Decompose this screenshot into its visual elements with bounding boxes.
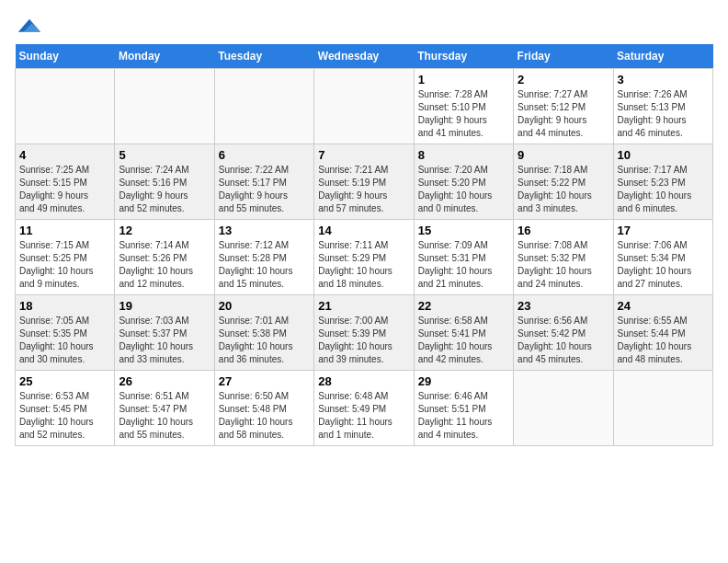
day-info-line: Sunset: 5:13 PM — [618, 101, 709, 114]
weekday-header-wednesday: Wednesday — [314, 44, 414, 69]
day-number: 10 — [618, 148, 709, 162]
day-info-line: Sunrise: 7:18 AM — [518, 164, 609, 177]
day-info-line: Daylight: 10 hours — [219, 265, 310, 278]
day-info-line: Daylight: 10 hours — [418, 265, 509, 278]
calendar-cell: 14Sunrise: 7:11 AMSunset: 5:29 PMDayligh… — [314, 220, 414, 295]
day-info-line: Sunset: 5:31 PM — [418, 252, 509, 265]
calendar-cell: 25Sunrise: 6:53 AMSunset: 5:45 PMDayligh… — [16, 371, 115, 446]
day-number: 8 — [418, 148, 509, 162]
day-number: 17 — [618, 224, 709, 237]
day-info-line: Daylight: 10 hours — [618, 190, 709, 202]
weekday-header-friday: Friday — [514, 44, 613, 69]
day-info-line: Sunrise: 7:01 AM — [219, 315, 310, 327]
day-info-line: Sunset: 5:32 PM — [518, 252, 609, 265]
calendar-cell: 23Sunrise: 6:56 AMSunset: 5:42 PMDayligh… — [514, 295, 613, 371]
day-info-line: Sunrise: 7:26 AM — [618, 88, 709, 101]
day-info-line: Sunrise: 6:48 AM — [318, 390, 409, 403]
calendar-cell: 13Sunrise: 7:12 AMSunset: 5:28 PMDayligh… — [214, 220, 313, 295]
calendar-week-row: 4Sunrise: 7:25 AMSunset: 5:15 PMDaylight… — [16, 144, 713, 220]
day-info-line: Daylight: 9 hours — [119, 190, 210, 202]
weekday-header-saturday: Saturday — [613, 44, 712, 69]
day-info-line: Sunset: 5:42 PM — [518, 327, 609, 340]
day-info-line: and 41 minutes. — [418, 127, 509, 140]
day-info-line: Sunset: 5:38 PM — [219, 327, 310, 340]
page-header — [15, 15, 713, 37]
day-info-line: and 6 minutes. — [618, 202, 709, 215]
day-info-line: Daylight: 10 hours — [518, 340, 609, 353]
day-info-line: and 44 minutes. — [518, 127, 609, 140]
day-info-line: and 45 minutes. — [518, 353, 609, 366]
day-info-line: Sunrise: 6:50 AM — [219, 390, 310, 403]
day-number: 20 — [219, 299, 310, 313]
calendar-cell: 1Sunrise: 7:28 AMSunset: 5:10 PMDaylight… — [414, 69, 513, 144]
calendar-cell: 29Sunrise: 6:46 AMSunset: 5:51 PMDayligh… — [414, 371, 513, 446]
day-info-line: Sunrise: 7:08 AM — [518, 239, 609, 252]
day-info-line: Sunset: 5:44 PM — [618, 327, 709, 340]
calendar-cell: 7Sunrise: 7:21 AMSunset: 5:19 PMDaylight… — [314, 144, 414, 220]
day-info-line: Daylight: 10 hours — [618, 340, 709, 353]
day-info-line: and 57 minutes. — [318, 202, 409, 215]
day-info-line: Sunset: 5:29 PM — [318, 252, 409, 265]
day-info-line: Daylight: 10 hours — [119, 416, 210, 429]
calendar-cell: 10Sunrise: 7:17 AMSunset: 5:23 PMDayligh… — [613, 144, 712, 220]
day-info-line: Sunset: 5:22 PM — [518, 177, 609, 190]
day-info-line: Sunrise: 7:28 AM — [418, 88, 509, 101]
day-number: 21 — [318, 299, 409, 313]
day-number: 28 — [318, 374, 409, 388]
day-info-line: Daylight: 10 hours — [418, 340, 509, 353]
day-info-line: Sunrise: 7:22 AM — [219, 164, 310, 177]
calendar-week-row: 25Sunrise: 6:53 AMSunset: 5:45 PMDayligh… — [16, 371, 713, 446]
calendar-cell: 15Sunrise: 7:09 AMSunset: 5:31 PMDayligh… — [414, 220, 513, 295]
calendar-cell: 12Sunrise: 7:14 AMSunset: 5:26 PMDayligh… — [115, 220, 214, 295]
day-info-line: and 46 minutes. — [618, 127, 709, 140]
day-info-line: Daylight: 9 hours — [219, 190, 310, 202]
calendar-cell: 27Sunrise: 6:50 AMSunset: 5:48 PMDayligh… — [214, 371, 313, 446]
day-info-line: Sunset: 5:15 PM — [19, 177, 110, 190]
day-number: 12 — [119, 224, 210, 237]
day-info-line: Sunrise: 7:00 AM — [318, 315, 409, 327]
calendar-cell: 17Sunrise: 7:06 AMSunset: 5:34 PMDayligh… — [613, 220, 712, 295]
calendar-cell — [16, 69, 115, 144]
day-info-line: Daylight: 10 hours — [19, 340, 110, 353]
logo — [15, 15, 42, 37]
day-info-line: Daylight: 9 hours — [518, 114, 609, 127]
day-info-line: Sunset: 5:47 PM — [119, 403, 210, 416]
day-info-line: and 33 minutes. — [119, 353, 210, 366]
weekday-header-monday: Monday — [115, 44, 214, 69]
day-number: 16 — [518, 224, 609, 237]
day-info-line: and 39 minutes. — [318, 353, 409, 366]
day-info-line: Daylight: 10 hours — [219, 416, 310, 429]
calendar-cell — [115, 69, 214, 144]
weekday-header-thursday: Thursday — [414, 44, 513, 69]
calendar-cell: 28Sunrise: 6:48 AMSunset: 5:49 PMDayligh… — [314, 371, 414, 446]
day-info-line: Sunrise: 7:21 AM — [318, 164, 409, 177]
day-info-line: Sunset: 5:12 PM — [518, 101, 609, 114]
day-info-line: Sunset: 5:39 PM — [318, 327, 409, 340]
day-number: 24 — [618, 299, 709, 313]
day-info-line: and 12 minutes. — [119, 278, 210, 291]
day-info-line: Sunset: 5:51 PM — [418, 403, 509, 416]
day-info-line: and 27 minutes. — [618, 278, 709, 291]
day-number: 14 — [318, 224, 409, 237]
day-info-line: Sunrise: 7:17 AM — [618, 164, 709, 177]
day-info-line: Daylight: 10 hours — [618, 265, 709, 278]
day-info-line: Sunset: 5:19 PM — [318, 177, 409, 190]
day-info-line: Sunrise: 7:15 AM — [19, 239, 110, 252]
day-info-line: Sunset: 5:48 PM — [219, 403, 310, 416]
calendar-cell: 19Sunrise: 7:03 AMSunset: 5:37 PMDayligh… — [115, 295, 214, 371]
day-number: 26 — [119, 374, 210, 388]
day-number: 15 — [418, 224, 509, 237]
calendar-cell — [214, 69, 313, 144]
day-info-line: and 0 minutes. — [418, 202, 509, 215]
day-info-line: Sunrise: 6:58 AM — [418, 315, 509, 327]
day-number: 3 — [618, 73, 709, 86]
day-info-line: and 15 minutes. — [219, 278, 310, 291]
calendar-cell: 11Sunrise: 7:15 AMSunset: 5:25 PMDayligh… — [16, 220, 115, 295]
day-info-line: Daylight: 10 hours — [19, 416, 110, 429]
day-number: 27 — [219, 374, 310, 388]
day-info-line: Sunset: 5:49 PM — [318, 403, 409, 416]
day-info-line: Sunset: 5:41 PM — [418, 327, 509, 340]
day-info-line: Sunrise: 7:14 AM — [119, 239, 210, 252]
calendar-cell: 18Sunrise: 7:05 AMSunset: 5:35 PMDayligh… — [16, 295, 115, 371]
day-number: 1 — [418, 73, 509, 86]
